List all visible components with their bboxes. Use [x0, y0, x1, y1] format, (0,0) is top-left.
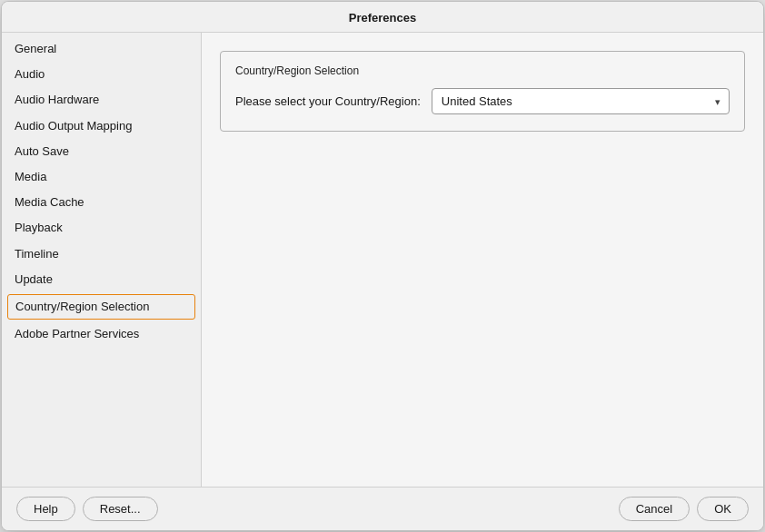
sidebar-item-auto-save[interactable]: Auto Save: [2, 139, 201, 164]
sidebar-item-general[interactable]: General: [2, 36, 201, 62]
footer-left: Help Reset...: [16, 497, 158, 521]
reset-button[interactable]: Reset...: [83, 497, 158, 521]
footer-right: Cancel OK: [619, 497, 749, 521]
preferences-dialog: Preferences GeneralAudioAudio HardwareAu…: [1, 1, 764, 531]
sidebar-item-audio[interactable]: Audio: [2, 62, 201, 87]
sidebar: GeneralAudioAudio HardwareAudio Output M…: [2, 33, 202, 487]
section-title: Country/Region Selection: [235, 64, 730, 77]
dialog-title: Preferences: [2, 2, 763, 33]
sidebar-item-media[interactable]: Media: [2, 164, 201, 190]
dialog-body: GeneralAudioAudio HardwareAudio Output M…: [2, 33, 763, 487]
sidebar-item-audio-output-mapping[interactable]: Audio Output Mapping: [2, 113, 201, 139]
country-dropdown-wrapper: United StatesCanadaUnited KingdomGermany…: [432, 88, 730, 114]
sidebar-item-timeline[interactable]: Timeline: [2, 241, 201, 267]
country-select[interactable]: United StatesCanadaUnited KingdomGermany…: [432, 88, 730, 114]
content-area: Country/Region Selection Please select y…: [202, 33, 763, 487]
sidebar-item-update[interactable]: Update: [2, 267, 201, 292]
field-label: Please select your Country/Region:: [235, 94, 421, 108]
sidebar-item-playback[interactable]: Playback: [2, 215, 201, 241]
sidebar-item-media-cache[interactable]: Media Cache: [2, 190, 201, 215]
ok-button[interactable]: OK: [697, 497, 749, 521]
field-row: Please select your Country/Region: Unite…: [235, 88, 730, 114]
country-region-section: Country/Region Selection Please select y…: [220, 51, 745, 132]
dialog-footer: Help Reset... Cancel OK: [2, 487, 763, 530]
help-button[interactable]: Help: [16, 497, 75, 521]
cancel-button[interactable]: Cancel: [619, 497, 690, 521]
sidebar-item-country-region[interactable]: Country/Region Selection: [7, 294, 195, 320]
sidebar-item-audio-hardware[interactable]: Audio Hardware: [2, 87, 201, 113]
sidebar-item-adobe-partner[interactable]: Adobe Partner Services: [2, 321, 201, 347]
